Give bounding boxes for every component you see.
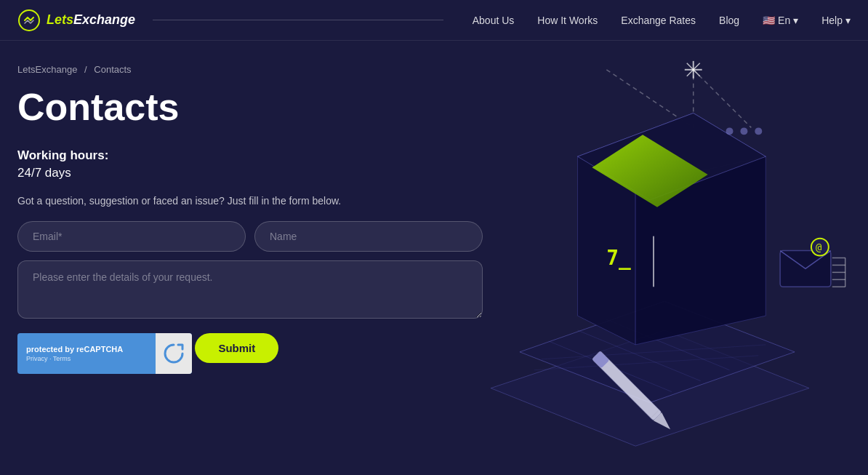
flag-icon: 🇺🇸 [763,15,775,26]
form-description: Got a question, suggestion or faced an i… [17,195,483,207]
svg-point-0 [19,10,39,31]
language-label: En [778,15,790,26]
nav-divider [153,20,443,20]
logo-text: LetsExchange [47,12,135,28]
form-row-names [17,221,483,252]
nav-how-it-works[interactable]: How It Works [537,15,598,26]
recaptcha-icon [163,343,185,364]
right-illustration: 7_ @ [446,41,868,475]
help-label: Help [821,15,843,26]
recaptcha-checkbox[interactable] [156,333,192,374]
recaptcha-title: protected by reCAPTCHA [26,345,147,354]
help-chevron-icon: ▾ [845,15,851,26]
nav-blog[interactable]: Blog [719,15,739,26]
breadcrumb-current: Contacts [94,64,131,75]
submit-button[interactable]: Submit [195,333,278,363]
language-selector[interactable]: 🇺🇸 En ▾ [763,15,798,26]
page-title: Contacts [17,87,483,128]
recaptcha-left: protected by reCAPTCHA Privacy · Terms [17,338,156,370]
main-content: LetsExchange / Contacts Contacts Working… [0,41,868,475]
svg-text:@: @ [816,242,821,253]
logo-icon [17,9,41,32]
breadcrumb-separator: / [84,64,87,75]
chevron-down-icon: ▾ [793,15,798,26]
working-hours-value: 24/7 days [17,166,483,180]
logo[interactable]: LetsExchange [17,9,135,32]
nav-about-us[interactable]: About Us [473,15,515,26]
svg-point-20 [740,127,747,135]
help-menu[interactable]: Help ▾ [821,15,851,26]
recaptcha-links[interactable]: Privacy · Terms [26,355,147,362]
nav-exchange-rates[interactable]: Exchange Rates [621,15,696,26]
illustration-svg: 7_ @ [446,41,868,475]
breadcrumb-home[interactable]: LetsExchange [17,64,77,75]
name-field[interactable] [254,221,483,252]
recaptcha-widget: protected by reCAPTCHA Privacy · Terms [17,333,192,374]
navbar: LetsExchange About Us How It Works Excha… [0,0,868,41]
message-field[interactable] [17,260,483,319]
working-hours-label: Working hours: [17,148,483,163]
navbar-links: About Us How It Works Exchange Rates Blo… [473,15,851,26]
svg-point-21 [755,127,762,135]
breadcrumb: LetsExchange / Contacts [17,64,483,75]
left-section: LetsExchange / Contacts Contacts Working… [17,64,483,446]
svg-text:7_: 7_ [606,246,631,270]
svg-point-19 [726,127,734,135]
email-field[interactable] [17,221,246,252]
